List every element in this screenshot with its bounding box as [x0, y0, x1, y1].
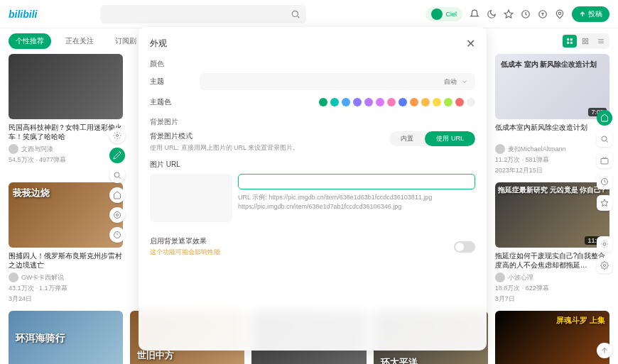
bg-mode-toggle: 内置 使用 URL: [389, 131, 475, 146]
clock-icon[interactable]: [521, 9, 531, 19]
avatar[interactable]: Ciel: [425, 7, 462, 21]
svg-point-4: [558, 12, 561, 15]
side-home-button[interactable]: [109, 187, 125, 203]
color-dot[interactable]: [364, 98, 373, 106]
color-dot[interactable]: [342, 98, 350, 106]
svg-rect-5: [567, 38, 569, 40]
right-clock-button[interactable]: [597, 174, 612, 189]
url-input[interactable]: [238, 174, 475, 189]
svg-point-26: [604, 265, 606, 267]
right-home-button[interactable]: [597, 110, 612, 126]
color-dot[interactable]: [444, 98, 452, 106]
view-toggle: [561, 33, 609, 49]
video-card[interactable]: 民国高科技神剧？女特工用迷彩偷火车！笑疯了哈哈哈 文西与阿漆 54.5万次 · …: [9, 54, 123, 175]
right-star-button[interactable]: [597, 195, 612, 211]
card-title: 低成本室内新风除尘改造计划: [495, 123, 609, 141]
svg-point-17: [114, 172, 119, 177]
color-dot[interactable]: [319, 98, 327, 106]
avatar-icon: [431, 9, 443, 20]
logo[interactable]: bilibili: [9, 9, 37, 20]
card-stats: 11.2万次 · 581弹幕: [495, 155, 609, 165]
author-name: 文西与阿漆: [21, 145, 53, 154]
side-link-button[interactable]: [109, 207, 125, 223]
tab-following[interactable]: 正在关注: [58, 33, 101, 49]
moon-icon[interactable]: [487, 9, 497, 19]
view-grid2-button[interactable]: [578, 35, 592, 48]
svg-point-0: [292, 11, 298, 16]
color-dot[interactable]: [433, 98, 441, 106]
bg-mode-builtin[interactable]: 内置: [389, 131, 425, 146]
side-info-button[interactable]: [109, 227, 125, 243]
svg-rect-22: [601, 159, 608, 165]
right-settings-button[interactable]: [597, 258, 612, 273]
video-card[interactable]: 拖延症最新研究 元凶竟是 你自己? 11:40 拖延症如何干废现实自己?自我整合…: [495, 182, 609, 304]
color-dot[interactable]: [399, 98, 407, 106]
side-edit-button[interactable]: [109, 148, 125, 163]
svg-rect-9: [582, 38, 585, 40]
card-title: 拖延症如何干废现实自己?自我整合度高的人不会焦虑却都拖延…: [495, 251, 609, 270]
thumb-overlay: 低成本 室内 新风除尘改造计划: [501, 60, 597, 70]
color-dot[interactable]: [455, 98, 464, 106]
right-search-button[interactable]: [597, 131, 612, 147]
star-icon[interactable]: [504, 9, 514, 19]
view-grid-button[interactable]: [563, 35, 577, 48]
color-dot[interactable]: [421, 98, 430, 106]
card-stats: 18.8万次 · 622弹幕: [495, 284, 609, 293]
right-sun-button[interactable]: [597, 236, 612, 252]
side-gear-button[interactable]: [109, 128, 125, 143]
coin-icon[interactable]: [538, 9, 548, 19]
card-date: 2023年12月15日: [495, 166, 609, 175]
modal-title: 外观: [150, 38, 167, 50]
scroll-top-button[interactable]: [597, 343, 612, 358]
color-dot[interactable]: [330, 98, 339, 106]
svg-rect-10: [586, 38, 588, 40]
color-dot[interactable]: [467, 98, 475, 106]
upload-icon: [579, 11, 586, 18]
thumbnail: 屏魂斗罗 上集 4:27: [495, 311, 609, 364]
video-card[interactable]: 环洱海骑行 37:56: [9, 311, 123, 364]
location-icon[interactable]: [555, 9, 565, 19]
color-dot[interactable]: [387, 98, 396, 106]
thumb-overlay: 环洱海骑行: [16, 332, 65, 345]
thumbnail: [9, 54, 123, 119]
color-dot[interactable]: [410, 98, 418, 106]
color-dot[interactable]: [353, 98, 362, 106]
bell-icon[interactable]: [470, 9, 479, 19]
search-input[interactable]: [100, 5, 306, 23]
svg-point-21: [602, 136, 607, 141]
bg-mode-label: 背景图片模式: [150, 131, 389, 141]
card-stats: 43.1万次 · 1.1万弹幕: [9, 284, 123, 293]
svg-rect-8: [570, 42, 573, 44]
appearance-modal: 外观 ✕ 颜色 主题 自动 主题色 背景图片 背景图片模式 使用 URL: 直接…: [139, 27, 487, 351]
theme-select[interactable]: 自动: [200, 73, 475, 90]
card-stats: 54.5万次 · 4977弹幕: [9, 155, 123, 165]
svg-marker-1: [504, 10, 513, 18]
view-list-button[interactable]: [594, 35, 608, 48]
video-card[interactable]: 屏魂斗罗 上集 4:27: [495, 311, 609, 364]
author-name: GW卡卡西解说: [21, 273, 65, 282]
color-dot[interactable]: [376, 98, 384, 106]
mask-label: 启用背景遮罩效果: [150, 236, 220, 246]
tab-recommend[interactable]: 个性推荐: [9, 33, 51, 49]
avatar-name: Ciel: [445, 11, 457, 18]
upload-button[interactable]: 投稿: [572, 6, 609, 22]
chevron-down-icon: [461, 78, 468, 85]
close-button[interactable]: ✕: [466, 37, 475, 50]
video-card[interactable]: 低成本 室内 新风除尘改造计划 7:07 低成本室内新风除尘改造计划 麦扣Mic…: [495, 54, 609, 175]
color-palette: [319, 98, 475, 106]
author-avatar: [9, 272, 18, 282]
right-tv-button[interactable]: [597, 153, 612, 168]
thumb-overlay: 屏魂斗罗 上集: [556, 315, 605, 326]
author-avatar: [495, 144, 505, 154]
thumb-overlay: 环太平洋: [381, 356, 418, 364]
svg-point-19: [116, 214, 119, 216]
section-bg: 背景图片: [150, 117, 475, 127]
header-right: Ciel 投稿: [425, 6, 609, 22]
sidebar-left: [109, 128, 125, 243]
thumbnail: 低成本 室内 新风除尘改造计划 7:07: [495, 54, 609, 119]
video-card[interactable]: 莪莪边烧 围捕四人！俄罗斯布良斯克州步雷村之边境逃亡 GW卡卡西解说 43.1万…: [9, 182, 123, 304]
url-hint2: https://pic.imgdb.cn/item/638e1d7ab1fccd…: [238, 202, 475, 211]
side-search-button[interactable]: [109, 167, 125, 183]
mask-switch[interactable]: [454, 241, 475, 253]
bg-mode-url[interactable]: 使用 URL: [425, 131, 475, 146]
